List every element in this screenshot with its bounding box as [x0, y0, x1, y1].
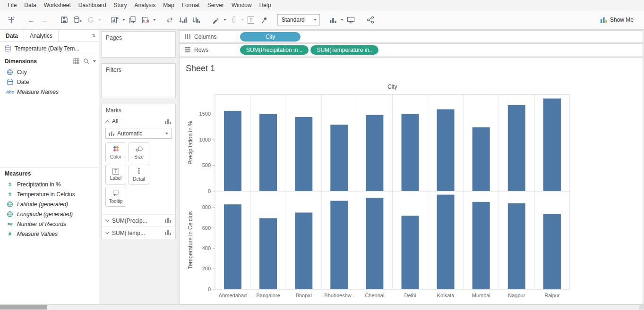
undo-icon[interactable]: ← — [25, 13, 37, 26]
auto-update-icon[interactable] — [85, 13, 97, 26]
columns-shelf[interactable]: Columns City — [179, 30, 643, 43]
mark-row-sum-precip[interactable]: SUM(Precip... — [102, 214, 175, 226]
new-worksheet-caret-icon[interactable] — [121, 13, 126, 26]
pill-city[interactable]: City — [240, 32, 301, 42]
datasource-item[interactable]: Temperature (Daily Tem... — [0, 42, 99, 55]
tableau-logo-icon[interactable] — [5, 13, 17, 26]
abc-icon: Abc — [6, 90, 14, 94]
clear-sheet-caret-icon[interactable] — [152, 13, 156, 26]
bar-1-bangalore[interactable] — [259, 218, 277, 289]
show-me-button[interactable]: Show Me — [601, 17, 639, 23]
expand-icon[interactable] — [105, 230, 109, 234]
show-mark-labels-icon[interactable]: T — [245, 13, 257, 26]
group-members-icon[interactable] — [227, 13, 240, 26]
redo-icon[interactable]: → — [38, 13, 51, 26]
menu-map[interactable]: Map — [159, 1, 178, 9]
tab-analytics[interactable]: Analytics — [24, 30, 59, 42]
menu-data[interactable]: Data — [20, 1, 40, 9]
duplicate-sheet-icon[interactable] — [126, 13, 138, 26]
field-precipitation-in[interactable]: #Precipitation in % — [0, 179, 99, 189]
mark-button-color[interactable]: Color — [105, 142, 126, 162]
field-measure-names[interactable]: AbcMeasure Names — [0, 87, 99, 97]
bar-0-ahmedabad[interactable] — [224, 111, 241, 191]
field-longitude-generated[interactable]: Longitude (generated) — [0, 209, 99, 219]
menu-format[interactable]: Format — [178, 1, 204, 9]
bar-1-raipur[interactable] — [543, 214, 561, 289]
expand-icon[interactable] — [105, 218, 109, 222]
horizontal-scrollbar-thumb[interactable] — [0, 305, 47, 310]
bar-1-nagpur[interactable] — [508, 203, 525, 289]
tab-data[interactable]: Data — [0, 30, 24, 42]
save-icon[interactable] — [58, 13, 70, 26]
sort-descending-icon[interactable] — [190, 13, 202, 26]
pill-sum-temperature-in[interactable]: SUM(Temperature in.. — [310, 45, 378, 55]
group-members-caret-icon[interactable] — [240, 13, 244, 26]
bar-1-delhi[interactable] — [402, 216, 419, 289]
highlighter-icon[interactable] — [210, 13, 222, 26]
field-measure-values[interactable]: #Measure Values — [0, 229, 99, 239]
bar-0-delhi[interactable] — [402, 114, 419, 191]
bar-1-chennai[interactable] — [366, 198, 383, 289]
mark-button-detail[interactable]: Detail — [129, 165, 149, 184]
collapse-icon[interactable] — [105, 120, 109, 124]
bar-0-mumbai[interactable] — [472, 127, 490, 191]
mark-button-label: Size — [134, 154, 143, 159]
pane-sort-icon[interactable]: ⇅ — [92, 33, 96, 38]
bar-1-mumbai[interactable] — [472, 202, 490, 289]
field-label: Measure Values — [17, 231, 58, 237]
x-category-label: Bhopal — [296, 293, 312, 298]
mark-pill-rows: SUM(Precip...SUM(Temp... — [102, 214, 175, 239]
field-temperature-in-celcius[interactable]: #Temperature in Celcius — [0, 189, 99, 199]
bar-0-nagpur[interactable] — [508, 105, 525, 191]
menu-file[interactable]: File — [4, 1, 20, 9]
pages-shelf[interactable]: Pages — [101, 31, 176, 58]
auto-update-caret-icon[interactable] — [97, 13, 102, 26]
share-icon[interactable] — [364, 13, 377, 26]
highlighter-caret-icon[interactable] — [223, 13, 227, 26]
bar-1-kolkata[interactable] — [437, 195, 455, 289]
mark-row-sum-temp[interactable]: SUM(Temp... — [102, 226, 175, 239]
field-date[interactable]: Date — [0, 77, 99, 87]
columns-icon — [185, 34, 190, 39]
bar-0-raipur[interactable] — [543, 99, 561, 191]
mark-button-tooltip[interactable]: Tooltip — [105, 187, 126, 207]
marks-all-row[interactable]: All — [102, 116, 175, 127]
mark-button-label[interactable]: TLabel — [105, 165, 126, 184]
bar-0-bhopal[interactable] — [295, 117, 312, 191]
mark-type-dropdown[interactable]: Automatic — [105, 128, 172, 139]
menu-help[interactable]: Help — [256, 1, 275, 9]
swap-axes-icon[interactable]: ⇄ — [163, 13, 176, 26]
field-latitude-generated[interactable]: Latitude (generated) — [0, 199, 99, 209]
bar-1-bhopal[interactable] — [295, 213, 312, 290]
menu-server[interactable]: Server — [204, 1, 228, 9]
bar-1-bhubneshw[interactable] — [330, 201, 348, 289]
filters-shelf[interactable]: Filters — [101, 63, 176, 98]
mark-button-size[interactable]: Size — [129, 142, 149, 162]
show-hide-cards-caret-icon[interactable] — [340, 13, 344, 26]
presentation-mode-icon[interactable] — [344, 13, 357, 26]
bar-0-bangalore[interactable] — [259, 114, 277, 191]
field-city[interactable]: City — [0, 67, 99, 77]
view-data-grid-icon[interactable] — [73, 58, 79, 64]
menu-window[interactable]: Window — [228, 1, 256, 9]
sort-ascending-icon[interactable] — [177, 13, 189, 26]
add-datasource-icon[interactable] — [71, 13, 84, 26]
bar-0-bhubneshw[interactable] — [330, 125, 348, 191]
menu-dashboard[interactable]: Dashboard — [75, 1, 110, 9]
find-field-icon[interactable] — [83, 58, 89, 64]
rows-shelf[interactable]: Rows SUM(Precipitation in ..SUM(Temperat… — [179, 43, 643, 56]
menu-analysis[interactable]: Analysis — [131, 1, 160, 9]
field-number-of-records[interactable]: =#Number of Records — [0, 219, 99, 229]
pill-sum-precipitation-in[interactable]: SUM(Precipitation in .. — [240, 45, 309, 55]
clear-sheet-icon[interactable] — [139, 13, 152, 26]
menu-worksheet[interactable]: Worksheet — [40, 1, 75, 9]
bar-1-ahmedabad[interactable] — [224, 204, 241, 289]
bar-0-chennai[interactable] — [366, 115, 383, 191]
new-worksheet-icon[interactable] — [109, 13, 121, 26]
fix-axes-icon[interactable] — [258, 13, 270, 26]
show-hide-cards-icon[interactable] — [327, 13, 339, 26]
bar-0-kolkata[interactable] — [437, 109, 455, 191]
fit-select[interactable]: Standard — [277, 14, 320, 25]
menu-story[interactable]: Story — [110, 1, 131, 9]
data-pane-menu-icon[interactable] — [93, 60, 96, 62]
